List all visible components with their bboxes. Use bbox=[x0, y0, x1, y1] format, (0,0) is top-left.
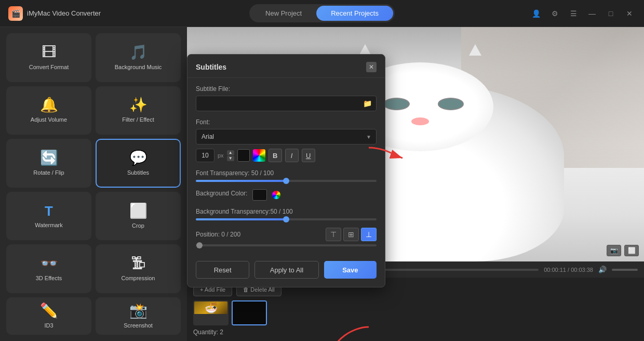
sidebar-item-convert-format[interactable]: 🎞 Convert Format bbox=[6, 33, 91, 82]
align-buttons: ⊤ ⊞ ⊥ bbox=[326, 228, 377, 241]
font-transparency-thumb[interactable] bbox=[283, 178, 289, 184]
sidebar-item-crop-label: Crop bbox=[132, 222, 144, 229]
dialog-footer: Reset Apply to All Save bbox=[187, 261, 385, 287]
cat-right-ear bbox=[469, 44, 481, 56]
maximize-button[interactable]: □ bbox=[605, 7, 617, 20]
bg-color-picker[interactable] bbox=[272, 191, 280, 199]
sidebar-item-compression[interactable]: 🗜 Compression bbox=[96, 244, 181, 293]
font-color-swatch[interactable] bbox=[237, 149, 250, 162]
close-button[interactable]: ✕ bbox=[623, 7, 636, 20]
account-icon[interactable]: 👤 bbox=[530, 7, 542, 20]
font-transparency-slider[interactable] bbox=[196, 180, 377, 182]
thumbnail-area: + Add File 🗑 Delete All 🍜 Quantity: 2 bbox=[193, 283, 638, 336]
sidebar-item-filter-effect-label: Filter / Effect bbox=[122, 116, 154, 123]
sidebar-item-id3[interactable]: ✏️ ID3 bbox=[6, 297, 91, 335]
thumbnail-1[interactable]: 🍜 bbox=[193, 300, 229, 325]
sidebar-item-subtitles[interactable]: 💬 Subtitles bbox=[96, 139, 181, 188]
bg-transparency-slider[interactable] bbox=[196, 218, 377, 220]
align-center-button[interactable]: ⊞ bbox=[343, 228, 359, 241]
position-slider[interactable] bbox=[196, 244, 377, 246]
file-browse-icon[interactable]: 📁 bbox=[363, 99, 372, 108]
cat-nose bbox=[411, 117, 429, 125]
sidebar-item-rotate-flip[interactable]: 🔄 Rotate / Flip bbox=[6, 139, 91, 188]
sidebar-item-background-music[interactable]: 🎵 Background Music bbox=[96, 33, 181, 82]
thumbnail-2[interactable] bbox=[232, 300, 267, 325]
font-unit-label: px bbox=[218, 152, 224, 159]
subtitle-file-input-row[interactable]: 📁 bbox=[196, 96, 377, 111]
volume-bar[interactable] bbox=[612, 269, 638, 271]
font-select-row: Arial Helvetica Times New Roman Courier … bbox=[196, 129, 377, 145]
sidebar-item-screenshot[interactable]: 📸 Screenshot bbox=[96, 297, 181, 335]
sidebar-item-3d-effects[interactable]: 👓 3D Effects bbox=[6, 244, 91, 293]
font-label: Font: bbox=[196, 119, 377, 126]
app-logo-icon: 🎬 bbox=[11, 9, 20, 18]
font-size-down-button[interactable]: ▼ bbox=[227, 156, 234, 161]
app-logo: 🎬 bbox=[8, 6, 23, 21]
sidebar-item-subtitles-label: Subtitles bbox=[127, 169, 149, 176]
font-color-gradient-picker[interactable] bbox=[253, 149, 265, 162]
font-size-input[interactable] bbox=[196, 149, 214, 162]
sidebar-item-compression-label: Compression bbox=[122, 275, 155, 281]
tab-group: New Project Recent Projects bbox=[249, 4, 395, 22]
font-size-up-button[interactable]: ▲ bbox=[227, 150, 234, 155]
title-bar: 🎬 iMyMac Video Converter New Project Rec… bbox=[0, 0, 644, 27]
bg-transparency-group: Background Transparency:50 / 100 bbox=[196, 208, 377, 220]
sidebar-item-adjust-volume[interactable]: 🔔 Adjust Volume bbox=[6, 86, 91, 135]
font-transparency-group: Font Transparency: 50 / 100 bbox=[196, 169, 377, 182]
current-time: 00:00:11 bbox=[544, 267, 566, 273]
position-row: Position: 0 / 200 ⊤ ⊞ ⊥ bbox=[196, 228, 377, 241]
rotate-flip-icon: 🔄 bbox=[40, 151, 58, 165]
minimize-button[interactable]: — bbox=[586, 7, 598, 20]
fullscreen-preview-button[interactable]: ⬜ bbox=[624, 245, 639, 256]
dialog-title: Subtitles bbox=[196, 63, 226, 71]
thumbnail-2-image bbox=[233, 301, 266, 324]
title-bar-controls: 👤 ⚙ ☰ — □ ✕ bbox=[530, 7, 636, 20]
sidebar-item-crop[interactable]: ⬜ Crop bbox=[96, 192, 181, 241]
position-thumb[interactable] bbox=[196, 242, 203, 248]
cat-right-eye bbox=[438, 98, 464, 110]
bg-color-dark-swatch[interactable] bbox=[252, 189, 267, 201]
compression-icon: 🗜 bbox=[131, 256, 145, 271]
cat-left-eye bbox=[383, 98, 410, 110]
sidebar: 🎞 Convert Format 🎵 Background Music 🔔 Ad… bbox=[0, 27, 187, 341]
italic-button[interactable]: I bbox=[285, 149, 299, 162]
apply-all-button[interactable]: Apply to All bbox=[254, 261, 319, 279]
bg-transparency-label: Background Transparency:50 / 100 bbox=[196, 208, 377, 215]
convert-format-icon: 🎞 bbox=[42, 45, 56, 60]
watermark-icon: T bbox=[45, 204, 53, 218]
bg-transparency-thumb[interactable] bbox=[283, 216, 289, 222]
subtitle-file-group: Subtitle File: 📁 bbox=[196, 85, 377, 111]
sidebar-item-screenshot-label: Screenshot bbox=[124, 322, 153, 329]
total-time: 00:03:38 bbox=[571, 267, 593, 273]
sidebar-item-3d-effects-label: 3D Effects bbox=[36, 275, 62, 281]
align-top-button[interactable]: ⊤ bbox=[326, 228, 341, 241]
sidebar-item-rotate-flip-label: Rotate / Flip bbox=[33, 169, 64, 176]
sidebar-item-watermark[interactable]: T Watermark bbox=[6, 192, 91, 241]
preview-buttons: 📷 ⬜ bbox=[607, 245, 639, 256]
sidebar-item-watermark-label: Watermark bbox=[35, 222, 62, 228]
font-transparency-fill bbox=[196, 180, 286, 182]
dialog-close-button[interactable]: ✕ bbox=[366, 62, 377, 72]
subtitles-dialog-overlay: Subtitles ✕ Subtitle File: 📁 Font: bbox=[187, 54, 385, 287]
save-button[interactable]: Save bbox=[324, 261, 377, 279]
screenshot-preview-button[interactable]: 📷 bbox=[607, 245, 621, 256]
align-bottom-button[interactable]: ⊥ bbox=[361, 228, 377, 241]
settings-icon[interactable]: ⚙ bbox=[548, 7, 561, 20]
app-title: iMyMac Video Converter bbox=[27, 9, 101, 17]
recent-projects-tab[interactable]: Recent Projects bbox=[316, 6, 393, 21]
reset-button[interactable]: Reset bbox=[196, 261, 249, 279]
thumbnail-1-image: 🍜 bbox=[194, 301, 227, 314]
font-size-stepper: ▲ ▼ bbox=[227, 150, 234, 161]
id3-icon: ✏️ bbox=[40, 304, 58, 318]
font-transparency-label: Font Transparency: 50 / 100 bbox=[196, 169, 377, 177]
font-select[interactable]: Arial Helvetica Times New Roman Courier … bbox=[196, 129, 377, 145]
menu-icon[interactable]: ☰ bbox=[567, 7, 580, 20]
volume-icon[interactable]: 🔊 bbox=[598, 266, 607, 273]
sidebar-item-filter-effect[interactable]: ✨ Filter / Effect bbox=[96, 86, 181, 135]
dialog-header: Subtitles ✕ bbox=[187, 55, 385, 78]
position-group: Position: 0 / 200 ⊤ ⊞ ⊥ bbox=[196, 228, 377, 246]
underline-button[interactable]: U bbox=[302, 149, 315, 162]
new-project-tab[interactable]: New Project bbox=[251, 6, 316, 21]
adjust-volume-icon: 🔔 bbox=[40, 98, 58, 112]
bold-button[interactable]: B bbox=[269, 149, 282, 162]
